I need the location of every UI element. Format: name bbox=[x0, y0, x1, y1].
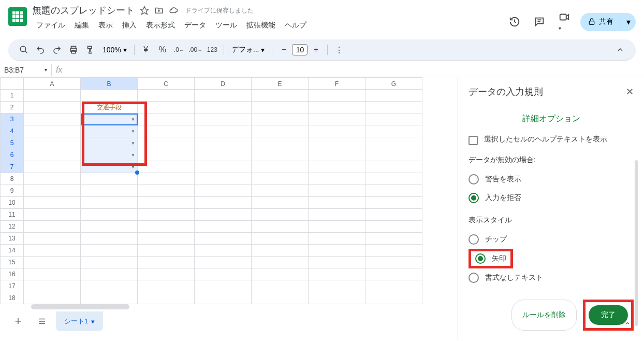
cell[interactable] bbox=[252, 161, 309, 173]
col-header-E[interactable]: E bbox=[252, 77, 309, 90]
cell[interactable] bbox=[252, 137, 309, 149]
cell[interactable] bbox=[309, 221, 365, 233]
cell[interactable] bbox=[138, 257, 195, 268]
cell[interactable] bbox=[195, 221, 252, 233]
cell[interactable] bbox=[24, 233, 81, 245]
col-header-G[interactable]: G bbox=[365, 77, 422, 90]
cell[interactable] bbox=[365, 185, 422, 197]
cell[interactable] bbox=[252, 233, 309, 245]
cell[interactable] bbox=[81, 257, 138, 268]
cell[interactable]: ▼ bbox=[81, 149, 138, 161]
cell[interactable] bbox=[309, 149, 365, 161]
cell[interactable] bbox=[365, 268, 422, 280]
percent-icon[interactable]: % bbox=[155, 42, 170, 57]
cell[interactable] bbox=[138, 268, 195, 280]
menu-view[interactable]: 表示 bbox=[94, 19, 117, 32]
cell[interactable] bbox=[365, 102, 422, 113]
row-header[interactable]: 17 bbox=[0, 280, 24, 292]
row-header[interactable]: 2 bbox=[0, 102, 24, 113]
cell[interactable] bbox=[24, 268, 81, 280]
cell[interactable] bbox=[138, 233, 195, 245]
cell[interactable] bbox=[24, 245, 81, 257]
cell[interactable] bbox=[24, 161, 81, 173]
row-header[interactable]: 13 bbox=[0, 233, 24, 245]
cell[interactable] bbox=[24, 280, 81, 292]
row-header[interactable]: 11 bbox=[0, 209, 24, 221]
dropdown-arrow-icon[interactable]: ▼ bbox=[131, 129, 135, 134]
cell[interactable] bbox=[24, 221, 81, 233]
cell[interactable] bbox=[24, 137, 81, 149]
cell[interactable] bbox=[309, 102, 365, 113]
cell[interactable] bbox=[24, 113, 81, 125]
spreadsheet-grid[interactable]: ABCDEFG 12交通手段3▼4▼5▼6▼7▼8910111213141516… bbox=[0, 77, 458, 340]
row-header[interactable]: 15 bbox=[0, 257, 24, 268]
radio-style-plaintext[interactable]: 書式なしテキスト bbox=[469, 268, 634, 287]
cell[interactable] bbox=[252, 257, 309, 268]
cell[interactable]: 交通手段 bbox=[81, 102, 138, 113]
increase-decimal-icon[interactable]: .00→ bbox=[188, 42, 203, 57]
doc-title[interactable]: 無題のスプレッドシート bbox=[32, 4, 135, 17]
cell[interactable] bbox=[195, 137, 252, 149]
row-header[interactable]: 8 bbox=[0, 173, 24, 185]
cell[interactable] bbox=[81, 173, 138, 185]
menu-help[interactable]: ヘルプ bbox=[281, 19, 311, 32]
cell[interactable] bbox=[138, 161, 195, 173]
collapse-toolbar-icon[interactable] bbox=[613, 42, 627, 57]
cell[interactable] bbox=[365, 245, 422, 257]
cell[interactable] bbox=[365, 257, 422, 268]
cell[interactable] bbox=[138, 197, 195, 209]
cell[interactable]: ▼ bbox=[81, 125, 138, 137]
col-header-C[interactable]: C bbox=[138, 77, 195, 90]
cell[interactable] bbox=[24, 173, 81, 185]
dropdown-arrow-icon[interactable]: ▼ bbox=[131, 153, 135, 158]
cell[interactable] bbox=[252, 280, 309, 292]
cell[interactable] bbox=[138, 125, 195, 137]
radio-style-chip[interactable]: チップ bbox=[469, 230, 634, 249]
cell[interactable] bbox=[309, 257, 365, 268]
cell[interactable] bbox=[24, 102, 81, 113]
cell[interactable] bbox=[252, 125, 309, 137]
cell[interactable] bbox=[309, 125, 365, 137]
cell[interactable] bbox=[365, 125, 422, 137]
radio-reject-input[interactable]: 入力を拒否 bbox=[469, 189, 634, 207]
cell[interactable] bbox=[81, 280, 138, 292]
cell[interactable] bbox=[138, 90, 195, 102]
cell[interactable] bbox=[252, 102, 309, 113]
cell[interactable] bbox=[195, 280, 252, 292]
cell[interactable] bbox=[309, 280, 365, 292]
cell[interactable] bbox=[81, 245, 138, 257]
cell[interactable] bbox=[24, 90, 81, 102]
cell[interactable] bbox=[24, 149, 81, 161]
row-header[interactable]: 12 bbox=[0, 221, 24, 233]
meet-icon[interactable]: ▾ bbox=[555, 8, 573, 35]
row-header[interactable]: 5 bbox=[0, 137, 24, 149]
cell[interactable] bbox=[365, 90, 422, 102]
row-header[interactable]: 9 bbox=[0, 185, 24, 197]
dropdown-arrow-icon[interactable]: ▼ bbox=[131, 141, 135, 146]
cell[interactable] bbox=[24, 185, 81, 197]
col-header-D[interactable]: D bbox=[195, 77, 252, 90]
cell[interactable] bbox=[365, 221, 422, 233]
cell[interactable] bbox=[195, 209, 252, 221]
cell[interactable] bbox=[24, 292, 81, 304]
cell[interactable] bbox=[309, 268, 365, 280]
cell[interactable] bbox=[195, 245, 252, 257]
decrease-decimal-icon[interactable]: .0← bbox=[172, 42, 186, 57]
menu-file[interactable]: ファイル bbox=[32, 19, 69, 32]
menu-format[interactable]: 表示形式 bbox=[142, 19, 179, 32]
cell[interactable] bbox=[138, 113, 195, 125]
panel-scrollbar[interactable] bbox=[635, 160, 638, 326]
print-icon[interactable] bbox=[66, 42, 81, 57]
cell[interactable] bbox=[309, 113, 365, 125]
cell[interactable] bbox=[365, 149, 422, 161]
cell[interactable] bbox=[365, 233, 422, 245]
star-icon[interactable] bbox=[140, 6, 149, 15]
cell[interactable] bbox=[138, 245, 195, 257]
formula-bar[interactable] bbox=[66, 63, 644, 77]
cell[interactable] bbox=[81, 233, 138, 245]
row-header[interactable]: 4 bbox=[0, 125, 24, 137]
row-header[interactable]: 6 bbox=[0, 149, 24, 161]
cell[interactable] bbox=[365, 137, 422, 149]
cell[interactable] bbox=[309, 90, 365, 102]
radio-style-arrow[interactable]: 矢印 bbox=[475, 253, 506, 264]
